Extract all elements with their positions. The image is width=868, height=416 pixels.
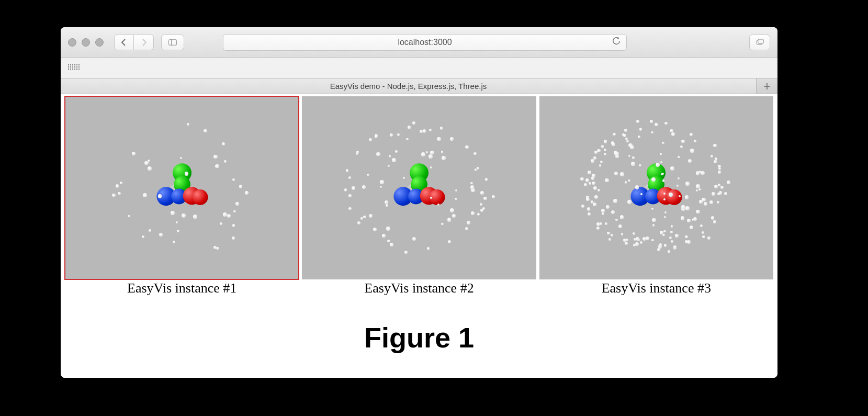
particle-dot-icon <box>465 227 468 230</box>
particle-dot-icon <box>474 152 477 155</box>
particle-dot-icon <box>669 193 673 197</box>
particle-dot-icon <box>408 126 411 129</box>
particle-dot-icon <box>632 156 634 159</box>
particle-dot-icon <box>386 204 388 206</box>
particle-dot-icon <box>690 149 694 152</box>
particle-dot-icon <box>664 122 667 125</box>
particle-dot-icon <box>602 212 604 215</box>
particle-dot-icon <box>385 200 389 205</box>
particle-dot-icon <box>143 193 147 197</box>
plus-icon <box>763 82 771 91</box>
particle-dot-icon <box>668 250 671 253</box>
particle-dot-icon <box>646 237 649 240</box>
viz-canvas-1[interactable] <box>65 96 299 279</box>
particle-dot-icon <box>430 166 432 168</box>
particle-dot-icon <box>185 172 189 176</box>
particle-dot-icon <box>395 150 397 152</box>
particle-dot-icon <box>671 132 675 136</box>
particle-dot-icon <box>592 174 595 177</box>
particle-dot-icon <box>392 158 396 162</box>
particle-dot-icon <box>707 237 711 240</box>
window-minimize-button[interactable] <box>82 38 90 47</box>
particle-dot-icon <box>625 242 628 245</box>
particle-dot-icon <box>651 239 654 242</box>
particle-dot-icon <box>142 235 144 238</box>
particle-dot-icon <box>714 160 717 163</box>
particle-dot-icon <box>362 185 366 189</box>
back-button[interactable] <box>114 35 134 50</box>
safari-browser-window: localhost:3000 EasyVis demo - Node.j <box>61 27 777 378</box>
window-zoom-button[interactable] <box>95 38 104 47</box>
particle-dot-icon <box>657 248 661 252</box>
particle-dot-icon <box>660 153 662 155</box>
particle-dot-icon <box>655 123 658 126</box>
show-all-tabs-button[interactable] <box>749 35 770 50</box>
particle-dot-icon <box>455 198 457 200</box>
particle-dot-icon <box>720 186 724 189</box>
particle-dot-icon <box>388 165 390 167</box>
particle-dot-icon <box>659 243 662 246</box>
particle-dot-icon <box>376 152 380 156</box>
particle-dot-icon <box>148 160 150 162</box>
viz-canvas-3[interactable] <box>539 96 773 279</box>
particle-dot-icon <box>452 214 456 218</box>
particle-dot-icon <box>591 159 594 163</box>
instance-caption: EasyVis instance #2 <box>364 280 474 296</box>
particle-dot-icon <box>608 238 612 241</box>
window-controls <box>68 38 104 47</box>
particle-dot-icon <box>222 142 225 145</box>
particle-dot-icon <box>670 166 674 171</box>
particle-dot-icon <box>696 189 698 192</box>
particle-dot-icon <box>412 121 415 125</box>
particle-dot-icon <box>596 227 600 230</box>
particle-dot-icon <box>625 181 627 183</box>
particle-dot-icon <box>612 143 615 147</box>
particle-dot-icon <box>423 129 426 133</box>
reload-button[interactable] <box>612 37 621 48</box>
particle-dot-icon <box>367 174 369 176</box>
particle-dot-icon <box>633 232 635 235</box>
particle-dot-icon <box>702 198 705 201</box>
particle-dot-icon <box>477 213 480 216</box>
forward-button[interactable] <box>134 35 154 50</box>
particle-dot-icon <box>589 182 591 185</box>
instance-cell: EasyVis instance #2 <box>302 96 536 296</box>
particle-dot-icon <box>455 189 457 192</box>
browser-tab[interactable]: EasyVis demo - Node.js, Express.js, Thre… <box>61 78 757 94</box>
particle-dot-icon <box>718 171 721 174</box>
particle-dot-icon <box>680 145 683 148</box>
viz-canvas-2[interactable] <box>302 96 536 279</box>
particle-dot-icon <box>348 176 352 179</box>
particle-dot-icon <box>420 130 422 132</box>
particle-dot-icon <box>363 216 366 218</box>
particle-dot-icon <box>216 247 219 250</box>
particle-dot-icon <box>685 195 689 199</box>
particle-dot-icon <box>620 215 624 219</box>
address-bar[interactable]: localhost:3000 <box>223 34 627 51</box>
instance-caption: EasyVis instance #3 <box>602 280 711 296</box>
particle-dot-icon <box>712 192 715 196</box>
particle-dot-icon <box>352 186 355 190</box>
particle-dot-icon <box>694 140 696 142</box>
particle-dot-icon <box>678 177 680 179</box>
particle-dot-icon <box>681 205 685 209</box>
particle-dot-icon <box>421 152 425 156</box>
particle-dot-icon <box>204 129 207 133</box>
new-tab-button[interactable] <box>757 78 777 94</box>
particle-dot-icon <box>485 178 488 181</box>
particle-dot-icon <box>639 164 641 166</box>
sidebar-toggle-button[interactable] <box>161 35 184 50</box>
particle-dot-icon <box>482 207 485 210</box>
particle-dot-icon <box>348 207 352 210</box>
window-close-button[interactable] <box>68 38 76 47</box>
particle-dot-icon <box>717 201 719 204</box>
particle-dot-icon <box>245 191 249 195</box>
particle-dot-icon <box>430 197 432 199</box>
particle-dot-icon <box>711 155 713 158</box>
particle-dot-icon <box>584 183 587 186</box>
particle-dot-icon <box>426 151 428 153</box>
top-sites-icon[interactable] <box>68 64 78 72</box>
particle-dot-icon <box>696 171 700 175</box>
particle-dot-icon <box>235 202 239 206</box>
particle-dot-icon <box>679 195 681 197</box>
